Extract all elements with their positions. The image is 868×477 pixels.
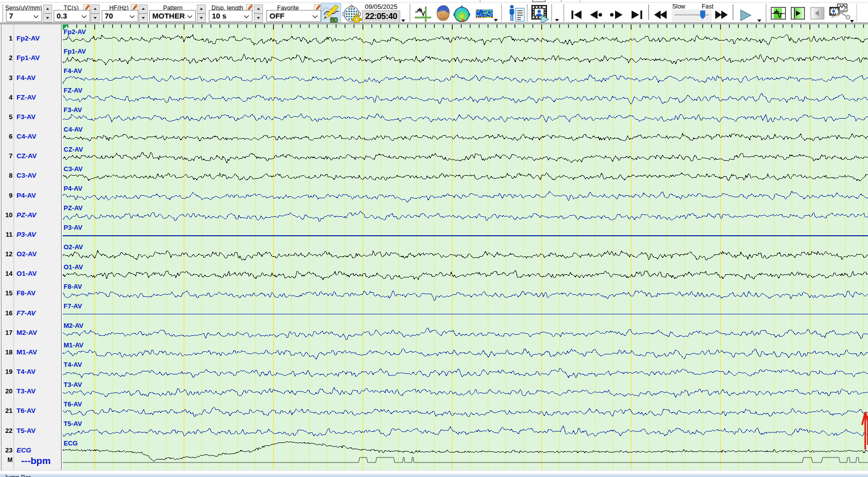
svg-text:O2-AV: O2-AV bbox=[64, 243, 83, 251]
svg-text:50: 50 bbox=[330, 16, 338, 23]
svg-text:ECG: ECG bbox=[64, 439, 78, 447]
svg-text:F8-AV: F8-AV bbox=[64, 283, 82, 290]
svg-text:F4-AV: F4-AV bbox=[64, 67, 82, 75]
svg-text:FZ-AV: FZ-AV bbox=[64, 87, 83, 94]
svg-text:O1-AV: O1-AV bbox=[64, 263, 83, 271]
svg-text:Fp1-AV: Fp1-AV bbox=[64, 48, 86, 55]
svg-text:C4-AV: C4-AV bbox=[64, 126, 83, 133]
svg-text:P3-AV: P3-AV bbox=[64, 224, 83, 231]
svg-text:CZ-AV: CZ-AV bbox=[64, 146, 83, 153]
svg-text:Slow: Slow bbox=[672, 3, 685, 10]
svg-text:M1-AV: M1-AV bbox=[64, 341, 84, 349]
svg-text:F7-AV: F7-AV bbox=[64, 302, 82, 310]
svg-text:Fp2-AV: Fp2-AV bbox=[64, 28, 86, 36]
svg-text:T5-AV: T5-AV bbox=[64, 420, 82, 427]
svg-text:T6-AV: T6-AV bbox=[64, 400, 82, 408]
svg-text:F3-AV: F3-AV bbox=[64, 106, 82, 114]
svg-text:P4-AV: P4-AV bbox=[64, 185, 83, 192]
svg-text:Fast: Fast bbox=[702, 3, 714, 10]
svg-text:M2-AV: M2-AV bbox=[64, 322, 84, 329]
svg-text:T3-AV: T3-AV bbox=[64, 381, 82, 388]
svg-text:C3-AV: C3-AV bbox=[64, 165, 83, 173]
svg-text:PZ-AV: PZ-AV bbox=[64, 204, 83, 212]
svg-text:T4-AV: T4-AV bbox=[64, 361, 82, 368]
